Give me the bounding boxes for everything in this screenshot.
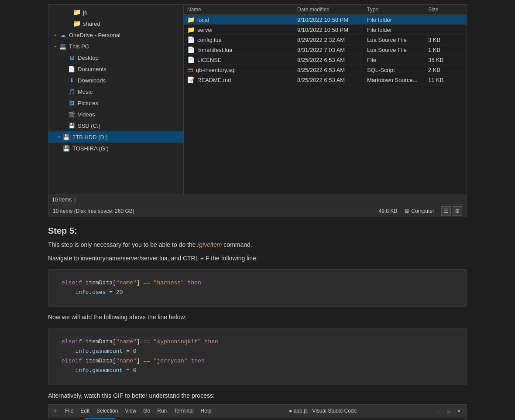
sidebar-item-js[interactable]: 📁 js [48, 7, 183, 18]
vscode-tabs: items.lua ● app.js [48, 417, 467, 420]
sidebar-item-videos[interactable]: 🎬 Videos [48, 109, 183, 120]
prop-gasamount-2: info.gasamount [75, 367, 123, 374]
disk-space-label: 10 items (Disk free space: 260 GB) [53, 208, 134, 214]
step5-para2: Navigate to inventoryname/server/server.… [48, 254, 467, 263]
sidebar-label-desktop: Desktop [78, 55, 99, 61]
tab-items-lua[interactable]: items.lua [52, 418, 83, 420]
vscode-menu-terminal[interactable]: Terminal [174, 408, 193, 414]
file-name: config.lua [197, 37, 222, 43]
vscode-menu-edit[interactable]: Edit [80, 408, 89, 414]
code2-label: Now we will add the following above the … [48, 313, 467, 322]
code2-line1: elseif itemData["name"] == "syphoningkit… [62, 337, 453, 347]
items-count-label: 10 items [52, 197, 72, 203]
file-size: 2 KB [428, 67, 463, 73]
vscode-menu-help[interactable]: Help [201, 408, 212, 414]
list-view-button[interactable]: ☰ [441, 206, 451, 216]
downloads-icon: ⬇ [68, 76, 76, 84]
total-size-label: 49.8 KB [379, 208, 398, 214]
table-row[interactable]: 📁server 9/10/2022 10:58 PM File folder [184, 25, 467, 35]
sidebar-item-pictures[interactable]: 🖼 Pictures [48, 97, 183, 109]
vscode-close-button[interactable]: ✕ [455, 407, 462, 414]
expand-icon-hdd: ▾ [55, 135, 62, 139]
file-name: fxmanifest.lua [197, 47, 232, 53]
kw-elseif-1: elseif [62, 338, 86, 345]
sidebar-label-documents: Documents [78, 66, 106, 72]
kw-then-1: then [201, 338, 218, 345]
sidebar-label-ssd: SSD (C:) [78, 123, 100, 129]
folder-icon-shared: 📁 [73, 20, 81, 27]
file-size: 11 KB [428, 77, 463, 83]
num-20: 20 [116, 289, 123, 296]
table-row[interactable]: 📄config.lua 8/29/2022 2:32 AM Lua Source… [184, 35, 467, 45]
code-line-1: elseif itemData["name"] == "harness" the… [62, 278, 453, 288]
music-icon: 🎵 [68, 88, 76, 96]
folder-icon-js: 📁 [73, 8, 81, 16]
step5-heading: Step 5: [48, 226, 467, 236]
sidebar-item-downloads[interactable]: ⬇ Downloads [48, 75, 183, 86]
code-text: itemData[ [86, 280, 116, 286]
sidebar-item-shared[interactable]: 📁 shared [48, 18, 183, 29]
content-area: Step 5: This step is only necessary for … [48, 217, 467, 420]
sidebar-item-toshira[interactable]: 💾 TOSHIRA (G:) [48, 143, 183, 154]
step5-para1-end: command. [222, 241, 252, 248]
code2-line3: elseif itemData["name"] == "jerrycan" th… [62, 356, 453, 366]
sidebar-item-desktop[interactable]: 🖥 Desktop [48, 52, 183, 63]
videos-icon: 🎬 [68, 110, 76, 118]
file-icon: 📄 [187, 56, 195, 63]
str-syphoningkit: "syphoningkit" [154, 338, 201, 345]
str-name3: "name" [116, 358, 137, 364]
str-jerrycan: "jerrycan" [154, 358, 188, 364]
num-0-2: 0 [133, 367, 137, 374]
ssd-icon: 💾 [68, 122, 76, 130]
file-size: 3 KB [428, 37, 463, 43]
file-size: 1 KB [428, 47, 463, 53]
vscode-titlebar: ✦ File Edit Selection View Go Run Termin… [48, 404, 467, 417]
code-block-2: elseif itemData["name"] == "syphoningkit… [48, 328, 467, 385]
file-date: 8/29/2022 2:32 AM [297, 37, 367, 43]
sidebar-label-hdd: 2TB HDD (D:) [72, 134, 108, 140]
table-row[interactable]: 📝README.md 8/25/2022 6:53 AM Markdown So… [184, 75, 467, 85]
items-divider: | [74, 197, 76, 203]
sidebar-item-onedrive[interactable]: ▸ ☁ OneDrive - Personal [48, 29, 183, 41]
vscode-minimize-button[interactable]: ─ [434, 407, 441, 414]
file-date: 8/31/2022 7:03 AM [297, 47, 367, 53]
file-type: Lua Source File [367, 37, 428, 43]
table-row[interactable]: 📁local 9/10/2022 10:58 PM File folder [184, 15, 467, 25]
col-type: Type [367, 7, 428, 13]
tab-app-js[interactable]: ● app.js [85, 418, 115, 420]
prop-gasamount-1: info.gasamount [75, 348, 123, 355]
table-row[interactable]: 📄LICENSE 8/25/2022 6:53 AM File 35 KB [184, 55, 467, 65]
code-text: itemData[ [86, 358, 116, 364]
sidebar-item-music[interactable]: 🎵 Music [48, 86, 183, 97]
file-type: Lua Source File [367, 47, 428, 53]
vscode-menu-view[interactable]: View [125, 408, 136, 414]
file-date: 8/25/2022 6:53 AM [297, 57, 367, 63]
step5-para1-text: This step is only necessary for you to b… [48, 241, 197, 248]
table-row[interactable]: 🗃qb-inventory.sql 8/25/2022 6:53 AM SQL-… [184, 65, 467, 75]
alt-text-label: Alternatively, watch this GIF to better … [48, 391, 467, 400]
str-name2: "name" [116, 338, 137, 345]
grid-view-button[interactable]: ⊞ [453, 206, 462, 216]
file-name: README.md [197, 77, 231, 83]
keyword-elseif: elseif [62, 280, 86, 286]
sidebar-item-hdd[interactable]: ▾ 💾 2TB HDD (D:) [48, 131, 183, 143]
code-text: ] == [137, 358, 154, 364]
sidebar-label-toshira: TOSHIRA (G:) [72, 145, 109, 152]
vscode-title: ● app.js - Visual Studio Code [218, 408, 427, 414]
vscode-window-controls: ─ □ ✕ [434, 407, 462, 414]
table-row[interactable]: 📄fxmanifest.lua 8/31/2022 7:03 AM Lua So… [184, 45, 467, 55]
vscode-restore-button[interactable]: □ [445, 407, 452, 414]
vscode-menu-go[interactable]: Go [143, 408, 150, 414]
vscode-menu-file[interactable]: File [65, 408, 73, 414]
vscode-menu-selection[interactable]: Selection [96, 408, 118, 414]
sidebar-label-music: Music [78, 89, 93, 95]
docs-icon: 📄 [68, 65, 76, 73]
sidebar-item-thispc[interactable]: ▸ 💻 This PC [48, 41, 183, 52]
vscode-menu-run[interactable]: Run [157, 408, 167, 414]
sidebar-item-documents[interactable]: 📄 Documents [48, 63, 183, 75]
string-name: "name" [116, 280, 137, 286]
keyword-then: then [184, 280, 201, 286]
code-block-1: elseif itemData["name"] == "harness" the… [48, 269, 467, 307]
sidebar-item-ssd[interactable]: 💾 SSD (C:) [48, 120, 183, 131]
sidebar-label-downloads: Downloads [78, 77, 106, 84]
